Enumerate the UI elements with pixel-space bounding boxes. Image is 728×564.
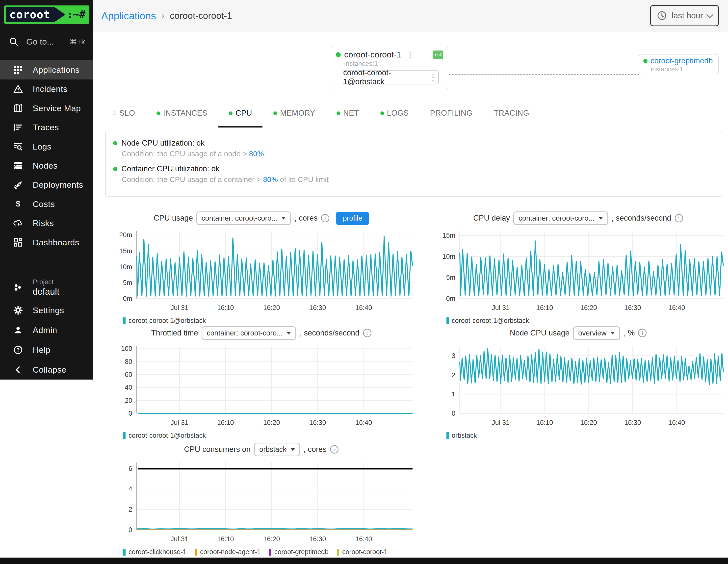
- time-range-picker[interactable]: last hour: [650, 5, 719, 26]
- info-icon[interactable]: [363, 329, 371, 337]
- info-icon[interactable]: [321, 214, 329, 222]
- legend-item[interactable]: coroot-coroot-1@orbstack: [123, 317, 206, 325]
- sidebar-item-risks[interactable]: Risks: [0, 214, 93, 233]
- legend-swatch: [337, 549, 339, 556]
- legend-item[interactable]: coroot-clickhouse-1: [123, 548, 186, 556]
- goto-label: Go to...: [26, 37, 62, 47]
- chart-header: Node CPU usage overview , %: [430, 326, 727, 340]
- legend-item[interactable]: coroot-coroot-1@orbstack: [123, 432, 206, 439]
- legend-label: coroot-coroot-1: [342, 548, 388, 556]
- legend-item[interactable]: coroot-greptimedb: [269, 548, 329, 556]
- sidebar-item-help[interactable]: ? Help: [0, 340, 93, 360]
- tab-net[interactable]: NET: [337, 105, 359, 121]
- kebab-menu-icon[interactable]: [428, 73, 438, 82]
- sidebar-item-admin[interactable]: Admin: [0, 320, 93, 340]
- sidebar-item-applications[interactable]: Applications: [0, 60, 93, 79]
- sidebar-item-service-map[interactable]: Service Map: [0, 99, 93, 118]
- tab-logs[interactable]: LOGS: [380, 105, 409, 121]
- sidebar-item-deployments[interactable]: Deployments: [0, 175, 93, 194]
- info-icon[interactable]: [330, 445, 338, 454]
- legend-item[interactable]: coroot-coroot-1@orbstack: [446, 317, 529, 325]
- chart-unit: , cores: [294, 214, 317, 223]
- legend-item[interactable]: coroot-coroot-1: [337, 548, 388, 556]
- gear-icon: [13, 305, 23, 315]
- goto-search[interactable]: Go to... ⌘+k: [0, 30, 93, 53]
- legend-item[interactable]: orbstack: [446, 432, 477, 439]
- svg-text:16:30: 16:30: [309, 304, 326, 311]
- coroot-logo[interactable]: coroot :~#: [4, 5, 89, 24]
- legend-label: orbstack: [452, 432, 477, 439]
- legend-item[interactable]: coroot-node-agent-1: [195, 548, 261, 556]
- sidebar-item-nodes[interactable]: Nodes: [0, 156, 93, 175]
- node-selector-dropdown[interactable]: orbstack: [254, 443, 300, 456]
- status-dot: [643, 59, 648, 63]
- sidebar-item-label: Help: [33, 345, 51, 355]
- sidebar-item-traces[interactable]: Traces: [0, 118, 93, 137]
- svg-text:60: 60: [125, 371, 132, 378]
- tab-instances[interactable]: INSTANCES: [156, 105, 208, 121]
- caret-icon: [610, 332, 615, 334]
- status-dot: [380, 111, 384, 115]
- sidebar-item-settings[interactable]: Settings: [0, 300, 93, 320]
- app-name: coroot-coroot-1: [344, 50, 401, 59]
- question-circle-icon: ?: [13, 345, 23, 355]
- tab-tracing[interactable]: TRACING: [494, 105, 529, 121]
- sidebar-item-incidents[interactable]: Incidents: [0, 79, 93, 99]
- legend-label: coroot-greptimedb: [274, 548, 329, 556]
- caret-icon: [281, 217, 286, 220]
- server-stack-icon: [13, 160, 23, 171]
- storm-cloud-icon: [13, 218, 23, 229]
- time-range-label: last hour: [672, 11, 703, 20]
- breadcrumb-applications[interactable]: Applications: [101, 10, 156, 22]
- chart-unit: , seconds/second: [612, 214, 671, 223]
- legend-label: coroot-coroot-1@orbstack: [129, 432, 206, 439]
- dependency-dashed-link: [449, 74, 639, 75]
- svg-text:16:20: 16:20: [263, 535, 280, 543]
- svg-text:16:30: 16:30: [309, 419, 326, 426]
- series-selector-dropdown[interactable]: container: coroot-coro...: [196, 211, 291, 225]
- info-icon[interactable]: [675, 214, 683, 222]
- tab-memory[interactable]: MEMORY: [273, 105, 315, 121]
- sidebar-collapse[interactable]: Collapse: [0, 360, 93, 380]
- info-icon[interactable]: [638, 329, 647, 337]
- caret-icon: [598, 217, 603, 220]
- chart-legend: coroot-coroot-1@orbstack: [446, 317, 727, 325]
- profile-button[interactable]: profile: [336, 212, 369, 225]
- legend-swatch: [195, 549, 197, 556]
- tab-cpu[interactable]: CPU: [229, 105, 252, 121]
- goto-shortcut: ⌘+k: [69, 37, 85, 46]
- rocket-icon: [13, 180, 23, 190]
- tab-slo[interactable]: SLO: [113, 105, 135, 121]
- svg-text:2: 2: [129, 506, 132, 513]
- series-selector-dropdown[interactable]: container: coroot-coro...: [202, 326, 296, 340]
- breadcrumb-current: coroot-coroot-1: [170, 11, 232, 21]
- svg-text:0: 0: [452, 410, 455, 417]
- svg-text:16:20: 16:20: [263, 304, 280, 311]
- svg-text:5m: 5m: [446, 274, 455, 281]
- sidebar-item-dashboards[interactable]: Dashboards: [0, 233, 93, 252]
- kebab-menu-icon[interactable]: [405, 50, 416, 59]
- dollar-icon: $: [13, 199, 23, 209]
- series-selector-dropdown[interactable]: container: coroot-coro...: [513, 211, 608, 225]
- sidebar-item-costs[interactable]: $ Costs: [0, 195, 93, 214]
- chart-unit: , %: [624, 329, 635, 337]
- svg-text:0m: 0m: [123, 295, 132, 302]
- svg-text:3: 3: [452, 352, 455, 359]
- sidebar-item-logs[interactable]: Logs: [0, 137, 93, 156]
- svg-text:15m: 15m: [119, 247, 132, 255]
- tab-profiling[interactable]: PROFILING: [430, 105, 473, 121]
- upstream-link[interactable]: coroot-greptimedb: [650, 56, 713, 65]
- svg-text:Jul 31: Jul 31: [171, 419, 188, 426]
- svg-text:40: 40: [125, 384, 132, 391]
- instance-chip[interactable]: coroot-coroot-1@orbstack: [343, 70, 439, 84]
- svg-text:16:10: 16:10: [536, 304, 553, 311]
- sidebar-item-label: Dashboards: [33, 238, 79, 247]
- chart-title: CPU consumers on: [184, 445, 251, 454]
- legend-swatch: [123, 549, 126, 556]
- project-switcher[interactable]: Project default: [0, 275, 93, 300]
- svg-text:Jul 31: Jul 31: [171, 535, 188, 543]
- search-icon: [8, 36, 19, 47]
- view-selector-dropdown[interactable]: overview: [573, 326, 620, 340]
- instance-name: coroot-coroot-1@orbstack: [343, 68, 425, 86]
- service-map-app-node: coroot-coroot-1 :~# instances:1 coroot-c…: [331, 46, 448, 89]
